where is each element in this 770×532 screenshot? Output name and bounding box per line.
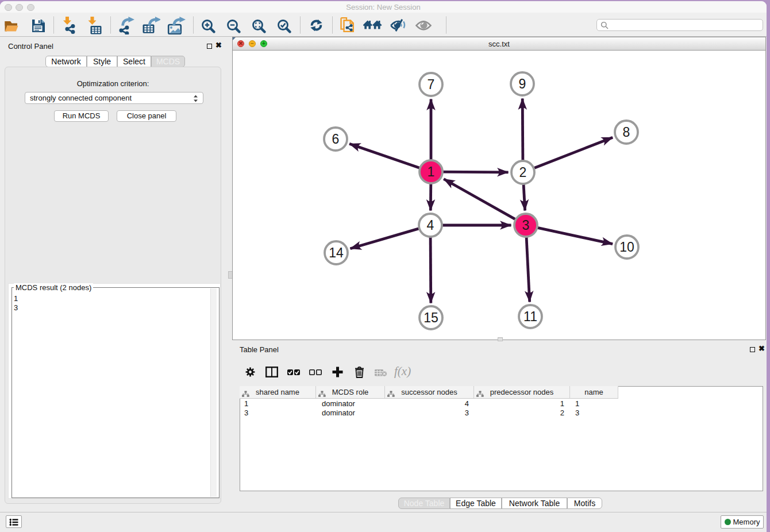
svg-text:8: 8 (623, 125, 630, 140)
svg-text:10: 10 (619, 240, 634, 255)
svg-text:11: 11 (523, 309, 537, 324)
svg-text:9: 9 (519, 76, 526, 91)
svg-text:14: 14 (329, 245, 344, 260)
svg-text:15: 15 (424, 310, 438, 325)
svg-text:2: 2 (519, 165, 527, 180)
svg-text:7: 7 (428, 77, 435, 92)
svg-text:3: 3 (522, 218, 530, 233)
svg-text:6: 6 (332, 132, 340, 147)
svg-text:4: 4 (427, 218, 434, 233)
svg-text:1: 1 (428, 164, 435, 179)
